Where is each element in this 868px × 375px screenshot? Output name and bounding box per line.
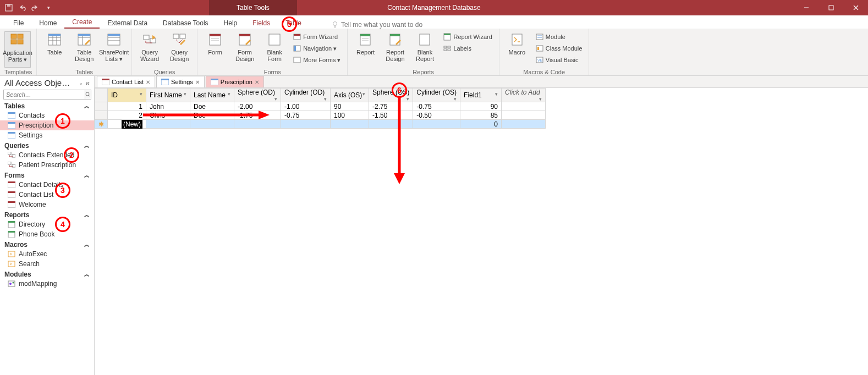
minimize-button[interactable] (794, 0, 818, 15)
blank-report-button[interactable]: Blank Report (411, 31, 438, 68)
table-design-button[interactable]: Table Design (71, 31, 97, 68)
nav-search-input[interactable] (3, 90, 85, 100)
doc-tab-contact-list[interactable]: Contact List✕ (97, 76, 155, 87)
labels-button[interactable]: Labels (441, 43, 494, 54)
cell-empty[interactable] (234, 120, 281, 129)
cell-empty[interactable] (146, 120, 190, 129)
table-tools-tab[interactable]: Table Tools (209, 0, 297, 15)
close-icon[interactable]: ✕ (146, 79, 150, 85)
cell-first[interactable]: John (146, 102, 190, 111)
cell-empty[interactable] (413, 120, 460, 129)
nav-item-settings[interactable]: Settings (0, 130, 94, 140)
close-icon[interactable]: ✕ (255, 79, 259, 85)
nav-header[interactable]: All Access Obje… ⌄« (0, 76, 94, 89)
nav-group-macros[interactable]: Macros︽ (0, 239, 94, 249)
cell-cyl-os[interactable]: -0.50 (413, 111, 460, 120)
doc-tab-prescription[interactable]: Prescription✕ (206, 76, 264, 87)
report-wizard-button[interactable]: Report Wizard (441, 31, 494, 42)
macro-button[interactable]: Macro (504, 31, 530, 68)
report-design-button[interactable]: Report Design (382, 31, 408, 68)
class-module-button[interactable]: Class Module (534, 43, 585, 54)
nav-item-patient-prescription[interactable]: Patient Prescription (0, 160, 94, 170)
cell-empty[interactable] (502, 111, 546, 120)
nav-item-welcome[interactable]: Welcome (0, 200, 94, 209)
nav-item-search-macro[interactable]: Search (0, 259, 94, 269)
nav-item-phone-book[interactable]: Phone Book (0, 229, 94, 239)
more-forms-button[interactable]: More Forms ▾ (291, 54, 343, 65)
nav-search-button[interactable] (85, 90, 91, 100)
visual-basic-button[interactable]: VBVisual Basic (534, 54, 585, 65)
table-button[interactable]: Table (41, 31, 68, 68)
nav-item-prescription[interactable]: Prescription (0, 120, 94, 130)
cell-empty[interactable] (331, 120, 369, 129)
datasheet[interactable]: ID▾ First Name▾ Last Name▾ Sphere (OD)▾ … (95, 88, 868, 375)
tab-create[interactable]: Create (64, 16, 100, 29)
cell-empty[interactable] (190, 120, 234, 129)
form-wizard-button[interactable]: Form Wizard (291, 31, 343, 42)
cell-axis-os[interactable]: 90 (331, 102, 369, 111)
new-row-indicator[interactable]: ✱ (95, 120, 108, 129)
cell-sph-os[interactable]: -2.75 (369, 102, 413, 111)
cell-sph-od[interactable]: -2.00 (234, 102, 281, 111)
nav-group-reports[interactable]: Reports︽ (0, 209, 94, 219)
tab-external-data[interactable]: External Data (100, 17, 155, 29)
module-button[interactable]: Module (534, 31, 585, 42)
tell-me[interactable]: Tell me what you want to do (331, 21, 422, 29)
navigation-button[interactable]: Navigation ▾ (291, 43, 343, 54)
sharepoint-lists-button[interactable]: SharePoint Lists ▾ (101, 31, 127, 68)
cell-empty[interactable] (281, 120, 331, 129)
col-first-name[interactable]: First Name▾ (146, 89, 190, 102)
nav-group-forms[interactable]: Forms︽ (0, 170, 94, 180)
blank-form-button[interactable]: Blank Form (261, 31, 288, 68)
dropdown-icon[interactable]: ▾ (454, 96, 457, 102)
dropdown-icon[interactable]: ▾ (406, 96, 409, 102)
application-parts-button[interactable]: Application Parts ▾ (4, 31, 31, 68)
table-row[interactable]: 1 John Doe -2.00 -1.00 90 -2.75 -0.75 90 (95, 102, 546, 111)
nav-item-contacts[interactable]: Contacts (0, 111, 94, 120)
tab-help[interactable]: Help (216, 17, 245, 29)
col-field1[interactable]: Field1▾ (460, 89, 502, 102)
nav-collapse-icon[interactable]: « (85, 79, 90, 87)
cell-cyl-od[interactable]: -0.75 (281, 111, 331, 120)
tab-fields[interactable]: Fields (245, 17, 278, 29)
row-selector[interactable] (95, 111, 108, 120)
col-last-name[interactable]: Last Name▾ (190, 89, 234, 102)
cell-cyl-os[interactable]: -0.75 (413, 102, 460, 111)
row-selector[interactable] (95, 102, 108, 111)
cell-empty[interactable] (369, 120, 413, 129)
nav-group-tables[interactable]: Tables︽ (0, 101, 94, 111)
redo-icon[interactable] (30, 2, 41, 13)
nav-item-autoexec[interactable]: AutoExec (0, 249, 94, 259)
nav-dropdown-icon[interactable]: ⌄ (79, 80, 83, 86)
maximize-button[interactable] (818, 0, 843, 15)
dropdown-icon[interactable]: ▾ (539, 96, 542, 102)
undo-icon[interactable] (17, 2, 28, 13)
close-icon[interactable]: ✕ (195, 79, 200, 85)
close-button[interactable] (843, 0, 868, 15)
col-cylinder-od[interactable]: Cylinder (OD)▾ (281, 89, 331, 102)
doc-tab-settings[interactable]: Settings✕ (156, 76, 205, 87)
nav-item-contact-details[interactable]: Contact Details (0, 180, 94, 190)
nav-item-contacts-extended[interactable]: Contacts Extended (0, 150, 94, 160)
cell-id[interactable]: 2 (108, 111, 146, 120)
cell-sph-os[interactable]: -1.50 (369, 111, 413, 120)
tab-home[interactable]: Home (31, 17, 64, 29)
dropdown-icon[interactable]: ▾ (362, 91, 365, 97)
qat-dropdown-icon[interactable]: ▾ (43, 2, 54, 13)
dropdown-icon[interactable]: ▾ (228, 91, 230, 97)
cell-empty[interactable] (502, 102, 546, 111)
tab-database-tools[interactable]: Database Tools (155, 17, 216, 29)
select-all-corner[interactable] (95, 89, 108, 102)
nav-item-modmapping[interactable]: modMapping (0, 279, 94, 289)
dropdown-icon[interactable]: ▾ (324, 96, 327, 102)
cell-new-id[interactable]: (New) (108, 120, 146, 129)
dropdown-icon[interactable]: ▾ (140, 91, 142, 97)
cell-field1[interactable]: 0 (460, 120, 502, 129)
report-button[interactable]: Report (352, 31, 378, 68)
form-design-button[interactable]: Form Design (232, 31, 258, 68)
save-icon[interactable] (3, 2, 14, 13)
cell-id[interactable]: 1 (108, 102, 146, 111)
tab-file[interactable]: File (6, 17, 31, 29)
cell-empty[interactable] (502, 120, 546, 129)
query-wizard-button[interactable]: Query Wizard (136, 31, 163, 68)
